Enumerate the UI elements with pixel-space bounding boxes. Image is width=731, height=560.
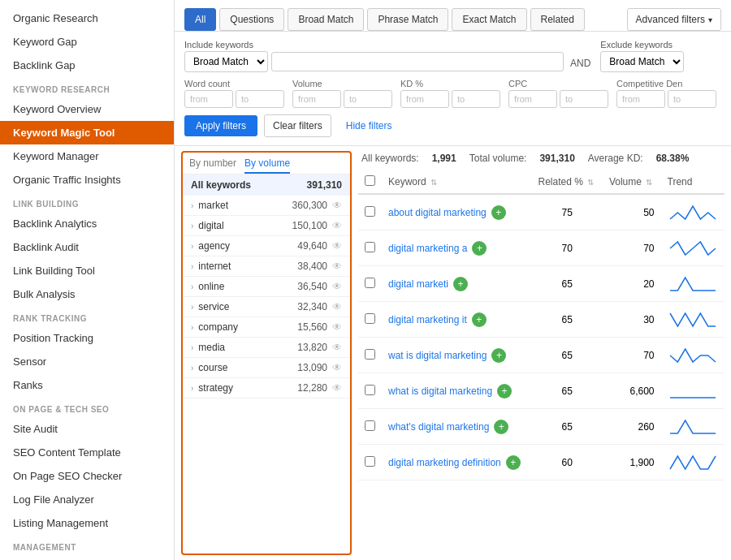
sidebar-item-position-tracking[interactable]: Position Tracking: [0, 326, 174, 350]
tab-questions[interactable]: Questions: [219, 8, 284, 31]
eye-icon[interactable]: 👁: [332, 261, 342, 272]
add-keyword-button[interactable]: +: [506, 455, 521, 470]
sidebar-item-on-page-seo-checker[interactable]: On Page SEO Checker: [0, 464, 174, 488]
kp-row[interactable]: › market 360,300 👁: [183, 196, 350, 216]
kd-from[interactable]: [400, 90, 449, 108]
sidebar-item-organic-research[interactable]: Organic Research: [0, 6, 174, 30]
clear-filters-button[interactable]: Clear filters: [264, 114, 331, 137]
eye-icon[interactable]: 👁: [332, 301, 342, 312]
sidebar-item-organic-traffic-insights[interactable]: Organic Traffic Insights: [0, 168, 174, 192]
cpc-to[interactable]: [560, 90, 608, 108]
advanced-filters-button[interactable]: Advanced filters ▾: [627, 8, 721, 31]
add-keyword-button[interactable]: +: [472, 312, 487, 327]
sidebar-item-my-reports[interactable]: My Reports+: [0, 555, 174, 560]
eye-icon[interactable]: 👁: [332, 382, 342, 394]
tab-related[interactable]: Related: [530, 8, 585, 31]
sidebar-item-keyword-magic-tool[interactable]: Keyword Magic Tool: [0, 121, 174, 144]
tab-exact-match[interactable]: Exact Match: [452, 8, 526, 31]
row-checkbox[interactable]: [365, 242, 375, 252]
tab-by-number[interactable]: By number: [189, 157, 236, 174]
tab-broad-match[interactable]: Broad Match: [288, 8, 364, 31]
kp-row[interactable]: › course 13,090 👁: [183, 358, 350, 378]
sidebar-item-keyword-overview[interactable]: Keyword Overview: [0, 97, 174, 121]
add-keyword-button[interactable]: +: [453, 277, 468, 291]
kp-row[interactable]: › internet 38,400 👁: [183, 256, 350, 277]
keyword-link[interactable]: about digital marketing: [388, 207, 487, 218]
add-keyword-button[interactable]: +: [491, 348, 506, 363]
row-trend: [661, 445, 725, 480]
volume-sort-icon[interactable]: ⇅: [646, 178, 652, 187]
sidebar-item-keyword-gap[interactable]: Keyword Gap: [0, 30, 174, 54]
comp-den-from[interactable]: [616, 90, 665, 108]
kp-row[interactable]: › agency 49,640 👁: [183, 236, 350, 256]
eye-icon[interactable]: 👁: [332, 321, 342, 333]
add-keyword-button[interactable]: +: [494, 420, 508, 434]
keyword-link[interactable]: digital marketing it: [388, 314, 467, 325]
eye-icon[interactable]: 👁: [332, 240, 342, 252]
select-all-checkbox[interactable]: [365, 175, 375, 186]
keyword-link[interactable]: what's digital marketing: [388, 421, 489, 433]
kp-row[interactable]: › company 15,560 👁: [183, 317, 350, 338]
word-count-to[interactable]: [236, 90, 284, 108]
keyword-groups-panel: By number By volume All keywords 391,310…: [181, 151, 352, 555]
apply-filters-button[interactable]: Apply filters: [184, 115, 257, 136]
comp-den-to[interactable]: [668, 90, 716, 108]
hide-filters-button[interactable]: Hide filters: [338, 115, 400, 136]
row-checkbox[interactable]: [365, 206, 375, 217]
cpc-from[interactable]: [508, 90, 557, 108]
kp-row[interactable]: › media 13,820 👁: [183, 338, 350, 358]
include-match-select[interactable]: Broad Match: [184, 51, 268, 72]
add-keyword-button[interactable]: +: [472, 241, 487, 256]
tab-phrase-match[interactable]: Phrase Match: [367, 8, 448, 31]
sidebar-item-backlink-gap[interactable]: Backlink Gap: [0, 54, 174, 77]
eye-icon[interactable]: 👁: [332, 220, 342, 231]
kp-row-count: 150,100: [292, 220, 327, 231]
keyword-link[interactable]: what is digital marketing: [388, 386, 492, 397]
eye-icon[interactable]: 👁: [332, 281, 342, 292]
comp-den-label: Competitive Den: [616, 79, 716, 88]
kp-row[interactable]: › strategy 12,280 👁: [183, 378, 350, 398]
tab-by-volume[interactable]: By volume: [244, 157, 290, 174]
include-keyword-input[interactable]: [271, 52, 564, 71]
sidebar-item-log-file-analyzer[interactable]: Log File Analyzer: [0, 488, 174, 511]
sidebar-item-backlink-analytics[interactable]: Backlink Analytics: [0, 212, 174, 235]
kd-to[interactable]: [452, 90, 500, 108]
sidebar-item-keyword-manager[interactable]: Keyword Manager: [0, 144, 174, 168]
tab-all[interactable]: All: [184, 8, 216, 31]
keyword-link[interactable]: digital marketing a: [388, 243, 467, 254]
eye-icon[interactable]: 👁: [332, 200, 342, 211]
keyword-link[interactable]: wat is digital marketing: [388, 350, 487, 361]
add-keyword-button[interactable]: +: [497, 384, 512, 398]
row-checkbox[interactable]: [365, 456, 375, 467]
row-related-pct: 65: [532, 302, 603, 338]
keyword-sort-icon[interactable]: ⇅: [430, 178, 437, 187]
row-checkbox[interactable]: [365, 420, 375, 431]
volume-from[interactable]: [292, 90, 341, 108]
sidebar-item-site-audit[interactable]: Site Audit: [0, 417, 174, 441]
sidebar-item-backlink-audit[interactable]: Backlink Audit: [0, 235, 174, 259]
sidebar-item-link-building-tool[interactable]: Link Building Tool: [0, 259, 174, 282]
eye-icon[interactable]: 👁: [332, 362, 342, 373]
col-keyword: Keyword ⇅: [382, 170, 532, 194]
row-checkbox-cell: [358, 194, 382, 230]
sidebar-item-seo-content-template[interactable]: SEO Content Template: [0, 441, 174, 464]
volume-to[interactable]: [344, 90, 392, 108]
sidebar-item-bulk-analysis[interactable]: Bulk Analysis: [0, 282, 174, 306]
row-checkbox[interactable]: [365, 349, 375, 360]
row-checkbox[interactable]: [365, 313, 375, 324]
row-checkbox[interactable]: [365, 385, 375, 395]
related-sort-icon[interactable]: ⇅: [587, 178, 594, 187]
kp-row[interactable]: › digital 150,100 👁: [183, 216, 350, 236]
add-keyword-button[interactable]: +: [491, 205, 506, 220]
sidebar-item-sensor[interactable]: Sensor: [0, 350, 174, 373]
word-count-from[interactable]: [184, 90, 233, 108]
sidebar-item-listing-management[interactable]: Listing Management: [0, 511, 174, 535]
keyword-link[interactable]: digital marketi: [388, 278, 448, 290]
keyword-link[interactable]: digital marketing definition: [388, 457, 501, 468]
eye-icon[interactable]: 👁: [332, 342, 342, 353]
sidebar-item-ranks[interactable]: Ranks: [0, 373, 174, 397]
kp-row[interactable]: › online 36,540 👁: [183, 277, 350, 297]
kp-row[interactable]: › service 32,340 👁: [183, 297, 350, 317]
row-checkbox[interactable]: [365, 278, 375, 288]
exclude-match-select[interactable]: Broad Match: [600, 51, 684, 72]
